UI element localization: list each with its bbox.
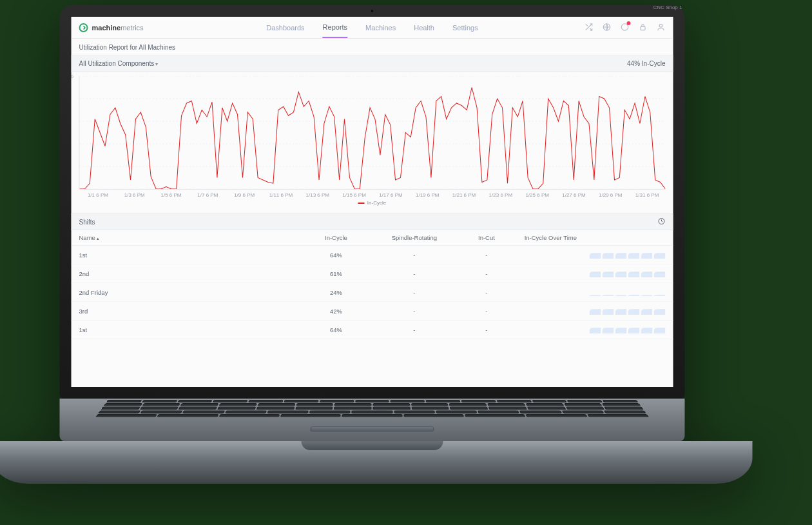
svg-point-1 (621, 23, 628, 30)
components-filter-bar: All Utilization Components 44% In-Cycle (72, 55, 673, 72)
nav-dashboards[interactable]: Dashboards (266, 17, 304, 38)
nav-machines[interactable]: Machines (365, 17, 396, 38)
col-name[interactable]: Name (72, 230, 300, 246)
notifications-icon[interactable] (621, 23, 630, 33)
nav-health[interactable]: Health (414, 17, 434, 38)
topbar: machinemetrics Dashboards Reports Machin… (72, 17, 673, 39)
nav-reports[interactable]: Reports (323, 17, 348, 38)
clock-icon[interactable] (658, 217, 666, 226)
cell-in-cycle: 24% (300, 283, 372, 302)
cell-in-cut: - (456, 246, 516, 264)
cell-in-cycle: 64% (300, 321, 372, 339)
utilization-chart: 100%80%60%40%20%0% 1/1 6 PM1/3 6 PM1/5 6… (79, 76, 666, 190)
cell-spark (517, 321, 673, 339)
chart-y-axis: 100%80%60%40%20%0% (72, 74, 73, 186)
brand-light: metrics (121, 24, 143, 32)
page-title: Utilization Report for All Machines (72, 39, 673, 55)
cell-spindle: - (372, 321, 457, 339)
laptop-keyboard-deck (60, 399, 685, 441)
app-root: CNC Shop 1 machinemetrics Dashboards Rep… (72, 17, 673, 387)
svg-rect-2 (641, 26, 645, 30)
cell-in-cycle: 61% (300, 264, 372, 283)
cell-in-cut: - (456, 283, 516, 302)
table-row[interactable]: 1st64%-- (72, 246, 673, 264)
brand-bold: machine (92, 24, 121, 32)
cell-spark (517, 302, 673, 321)
shifts-table: Name In-Cycle Spindle-Rotating In-Cut In… (72, 230, 673, 339)
lock-icon[interactable] (639, 23, 648, 33)
table-row[interactable]: 1st64%-- (72, 321, 673, 339)
cell-name: 1st (72, 246, 300, 264)
cell-in-cut: - (456, 302, 516, 321)
brand-logo-icon (79, 23, 88, 32)
nav-settings[interactable]: Settings (452, 17, 478, 38)
cell-spindle: - (372, 302, 457, 321)
brand[interactable]: machinemetrics (79, 23, 144, 32)
cell-name: 2nd (72, 264, 300, 283)
table-row[interactable]: 2nd61%-- (72, 264, 673, 283)
cell-spindle: - (372, 264, 457, 283)
user-icon[interactable] (657, 23, 666, 33)
legend-swatch-icon (358, 203, 365, 204)
col-spindle[interactable]: Spindle-Rotating (372, 230, 457, 246)
cell-name: 2nd Friday (72, 283, 300, 302)
kpi-in-cycle: 44% In-Cycle (627, 60, 665, 67)
legend-label: In-Cycle (367, 200, 386, 206)
laptop-base (0, 441, 753, 484)
chart-container: 100%80%60%40%20%0% 1/1 6 PM1/3 6 PM1/5 6… (72, 72, 673, 207)
shuffle-icon[interactable] (585, 23, 594, 33)
shifts-title: Shifts (79, 219, 95, 226)
col-over-time[interactable]: In-Cycle Over Time (517, 230, 673, 246)
chart-legend: In-Cycle (79, 200, 666, 206)
cell-spark (517, 246, 673, 264)
table-row[interactable]: 2nd Friday24%-- (72, 283, 673, 302)
cell-in-cut: - (456, 321, 516, 339)
table-row[interactable]: 3rd42%-- (72, 302, 673, 321)
cell-spark (517, 264, 673, 283)
cell-name: 1st (72, 321, 300, 339)
cell-spark (517, 283, 673, 302)
col-in-cut[interactable]: In-Cut (456, 230, 516, 246)
cell-in-cycle: 64% (300, 246, 372, 264)
laptop-camera (371, 9, 374, 13)
components-dropdown[interactable]: All Utilization Components (79, 60, 159, 67)
chart-svg (80, 76, 666, 189)
main-nav: Dashboards Reports Machines Health Setti… (266, 17, 478, 38)
shifts-section-bar: Shifts (72, 213, 673, 230)
cell-in-cycle: 42% (300, 302, 372, 321)
cell-spindle: - (372, 246, 457, 264)
cell-in-cut: - (456, 264, 516, 283)
cell-spindle: - (372, 283, 457, 302)
cell-name: 3rd (72, 302, 300, 321)
globe-icon[interactable] (603, 23, 612, 33)
col-in-cycle[interactable]: In-Cycle (300, 230, 372, 246)
svg-point-3 (659, 24, 662, 27)
chart-x-axis: 1/1 6 PM1/3 6 PM1/5 6 PM1/7 6 PM1/9 6 PM… (80, 192, 666, 198)
